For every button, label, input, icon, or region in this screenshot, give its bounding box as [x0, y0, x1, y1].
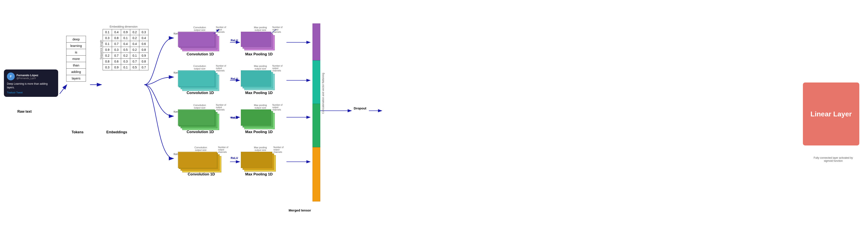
token-cell: more	[66, 56, 86, 62]
embed-cell: 0.7	[139, 64, 148, 70]
embed-cell: 0.7	[112, 53, 121, 59]
embed-cell: 0.6	[112, 59, 121, 64]
token-cell: deep	[66, 36, 86, 42]
maxpool1d-block-1: Max poolingoutput size Number ofoutputch…	[241, 26, 280, 53]
linear-layer-title: Linear Layer	[810, 110, 852, 118]
embed-cell: 0.3	[121, 59, 130, 64]
relu-label-4: ReLU	[231, 156, 238, 159]
svg-line-14	[271, 29, 276, 34]
tweet-username: Fernando López	[17, 73, 38, 77]
raw-text-label: Raw text	[18, 110, 32, 114]
embed-cell: 0.5	[121, 47, 130, 53]
maxpool1d-block-4: Max poolingoutput size Number ofoutputch…	[241, 146, 280, 174]
conv1d-label-2: Convolution 1D	[187, 91, 214, 95]
embed-cell: 0.1	[103, 29, 112, 35]
linear-layer-box: Linear Layer	[803, 83, 859, 146]
embed-cell: 0.2	[103, 53, 112, 59]
conv1d-label-1: Convolution 1D	[187, 52, 214, 56]
concat-bar	[312, 24, 320, 202]
embed-cell: 0.9	[121, 29, 130, 35]
embed-cell: 0.1	[121, 64, 130, 70]
merged-tensor-label: Merged tensor	[289, 208, 311, 212]
embed-cell: 0.1	[103, 41, 112, 47]
embed-cell: 0.2	[121, 53, 130, 59]
conv1d-label-4: Convolution 1D	[188, 172, 215, 177]
embed-cell: 0.8	[139, 59, 148, 64]
relu-label-1: ReLU	[231, 39, 238, 42]
embed-cell: 0.7	[130, 59, 139, 64]
maxpool1d-block-3: Max poolingoutput size Number ofoutputch…	[241, 104, 280, 131]
embeddings-section: Embedding dimension Sequence length 0.10…	[99, 25, 148, 70]
embed-cell: 0.4	[121, 41, 130, 47]
tweet-text: Deep Learning is more than adding layers…	[7, 82, 55, 89]
embed-cell: 0.3	[112, 47, 121, 53]
svg-line-1	[60, 85, 67, 94]
linear-layer-sublabel: Fully connected layer activated by sigmo…	[809, 156, 857, 162]
embed-cell: 0.9	[139, 53, 148, 59]
maxpool1d-label-1: Max Pooling 1D	[245, 52, 273, 56]
embed-cell: 0.8	[139, 47, 148, 53]
tweet-header: F Fernando López @Fernando_LpzV	[7, 72, 55, 80]
embed-cell: 0.4	[130, 41, 139, 47]
maxpool1d-label-4: Max Pooling 1D	[245, 172, 273, 177]
embed-cell: 0.9	[103, 47, 112, 53]
conv1d-block-2: Convolutionoutput size Number ofoutputch…	[178, 65, 221, 92]
token-cell: learning	[66, 42, 86, 49]
embed-cell: 0.6	[139, 41, 148, 47]
token-cell: adding	[66, 69, 86, 75]
sequence-length-label: Sequence length	[99, 29, 103, 70]
avatar: F	[7, 72, 15, 80]
tokens-table: deeplearningismorethanaddinglayers	[66, 36, 86, 82]
relu-label-2: ReLU	[231, 77, 238, 80]
tweet-handle: @Fernando_LpzV	[17, 77, 38, 80]
conv1d-block-4: Convolutionoutput size Number ofoutputch…	[178, 146, 223, 174]
concat-vector-label: Concatenation and vector flattening	[321, 39, 324, 148]
relu-label-3: ReLU	[231, 116, 238, 119]
diagram-container: F Fernando López @Fernando_LpzV Deep Lea…	[0, 0, 868, 241]
embed-cell: 0.2	[130, 35, 139, 41]
embeddings-table: 0.10.40.90.20.30.30.80.10.20.40.10.70.40…	[103, 29, 148, 70]
embed-cell: 0.1	[121, 35, 130, 41]
embed-cell: 0.8	[112, 35, 121, 41]
embed-cell: 0.3	[103, 35, 112, 41]
conv1d-block-3: Convolutionoutput size Number ofoutputch…	[178, 104, 221, 131]
embed-cell: 0.9	[112, 64, 121, 70]
embed-cell: 0.3	[139, 29, 148, 35]
token-cell: is	[66, 49, 86, 56]
tokens-label: Tokens	[72, 130, 84, 134]
embed-cell: 0.8	[103, 59, 112, 64]
svg-line-13	[214, 29, 219, 34]
maxpool1d-label-3: Max Pooling 1D	[245, 130, 273, 134]
embeddings-label: Embeddings	[106, 130, 127, 134]
embed-cell: 0.7	[112, 41, 121, 47]
embed-cell: 0.2	[130, 47, 139, 53]
maxpool1d-block-2: Max poolingoutput size Number ofoutputch…	[241, 65, 280, 92]
embed-cell: 0.3	[103, 64, 112, 70]
maxpool1d-label-2: Max Pooling 1D	[245, 91, 273, 95]
embed-cell: 0.1	[130, 53, 139, 59]
embed-cell: 0.4	[112, 29, 121, 35]
tweet-translate[interactable]: Traducir Tweet	[7, 91, 55, 94]
tweet-card: F Fernando López @Fernando_LpzV Deep Lea…	[4, 69, 58, 97]
token-cell: than	[66, 62, 86, 69]
embed-cell: 0.5	[130, 64, 139, 70]
conv1d-label-3: Convolution 1D	[187, 130, 214, 134]
dropout-label: Dropout	[354, 107, 366, 110]
token-cell: layers	[66, 75, 86, 82]
conv1d-block-1: Convolutionoutput size Number ofoutputch…	[178, 26, 221, 53]
embedding-dimension-label: Embedding dimension	[99, 25, 148, 28]
embed-cell: 0.2	[130, 29, 139, 35]
embed-cell: 0.4	[139, 35, 148, 41]
